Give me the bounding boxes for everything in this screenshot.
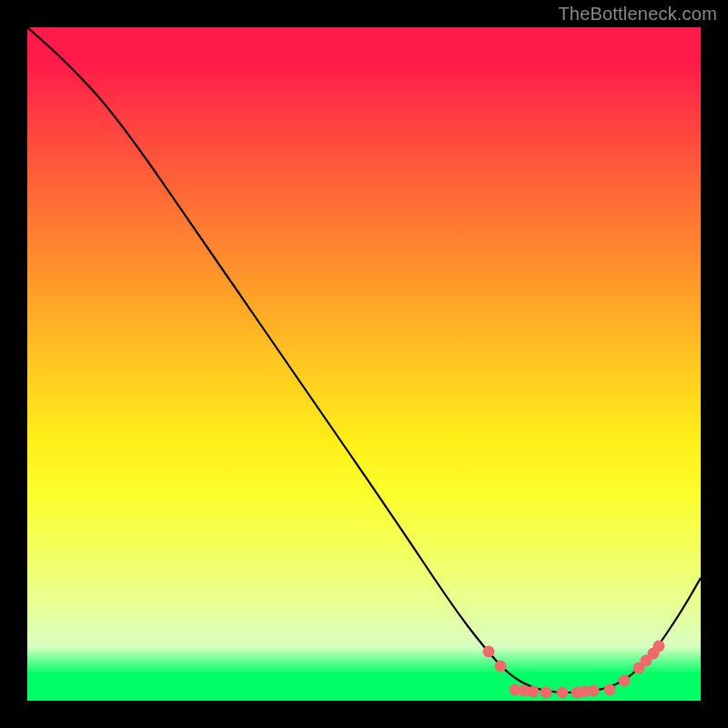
data-point-marker	[588, 685, 600, 697]
data-point-marker	[653, 641, 665, 652]
bottleneck-curve	[27, 27, 701, 693]
marker-group	[483, 641, 665, 699]
data-point-marker	[541, 687, 552, 699]
data-point-marker	[604, 684, 616, 696]
data-point-marker	[619, 675, 631, 687]
data-point-marker	[483, 646, 495, 658]
plot-area	[27, 27, 701, 701]
watermark-text: TheBottleneck.com	[558, 4, 717, 25]
data-point-marker	[557, 687, 569, 699]
data-point-marker	[528, 686, 540, 698]
chart-svg	[27, 27, 701, 701]
data-point-marker	[495, 661, 507, 672]
